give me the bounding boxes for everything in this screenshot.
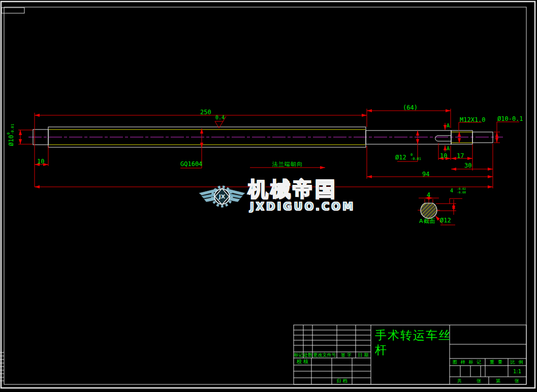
section-mark-a-top: A (447, 123, 450, 128)
dim-flat-width: 4 (427, 192, 430, 198)
winged-gear-logo: JX (197, 180, 247, 214)
rev-header-file: 更改文件号 (312, 352, 337, 358)
sheet-no-label: 第 (496, 378, 500, 384)
scale-header: 比 例 (508, 359, 526, 365)
dim-94: 94 (422, 171, 429, 177)
dim-10-left: 10 (37, 158, 44, 165)
dim-10-flat: 10 (440, 153, 447, 159)
dim-dia10-left: Ø10 0-0.01 (0, 129, 26, 141)
sheet-total-label: 共 (457, 378, 462, 384)
dim-17: 17 (457, 153, 464, 159)
dim-flat-tol: 4 -0.02-0.08 (450, 187, 466, 194)
section-mark-a-bottom: A (447, 146, 450, 151)
ballscrew-spec: GQ1604 (180, 161, 202, 167)
sig-archive-label: 归 档 (332, 378, 352, 384)
rev-header-count: 处数 (303, 352, 312, 358)
milled-flat-arc (435, 136, 438, 141)
watermark-site-text: JXDIGUO.COM (250, 202, 355, 212)
watermark-brand-text: 机械帝国 (248, 179, 337, 199)
stamp-header: 图 样 标 记 (450, 359, 485, 365)
flange-direction-note: 法兰端朝向 (272, 161, 303, 167)
sheet-unit2-label: 张 (515, 378, 519, 384)
part-title: 手术转运车丝杆 (375, 328, 451, 357)
rev-header-mark: 标记 (294, 352, 303, 358)
section-circle-with-flat (421, 203, 437, 218)
rev-header-sign: 签 字 (337, 352, 356, 358)
weight-header: 重 量 (485, 359, 508, 365)
rev-header-date: 日 期 (356, 352, 371, 358)
watermark: JX 机械帝国 JXDIGUO.COM (197, 173, 350, 219)
zone-mark-box (2, 8, 24, 13)
section-dia-label: Ø12 (440, 217, 451, 223)
sheet-number-cell: 第 张 (489, 378, 526, 384)
sig-check-label: 校 核 (294, 358, 311, 365)
dim-30: 30 (464, 162, 471, 169)
cad-drawing-page: 250 (64) 0.4 M12X1.0 Ø10-0.1 Ø10 0-0.01 … (0, 0, 537, 392)
dim-dia10-end: Ø10-0.1 (497, 116, 523, 122)
surface-roughness-value: 0.4 (215, 115, 225, 120)
dim-dia12: Ø12 0-0.01 (395, 153, 421, 161)
dim-250: 250 (200, 109, 211, 115)
sheet-total-cell: 共 张 (450, 378, 489, 384)
section-view-label: A截面 (419, 218, 436, 224)
dim-64-ref: (64) (403, 105, 418, 111)
scale-value: 1:1 (508, 367, 526, 375)
thread-callout: M12X1.0 (460, 117, 486, 123)
logo-initials: JX (218, 193, 226, 200)
sheet-unit1-label: 张 (477, 378, 481, 384)
